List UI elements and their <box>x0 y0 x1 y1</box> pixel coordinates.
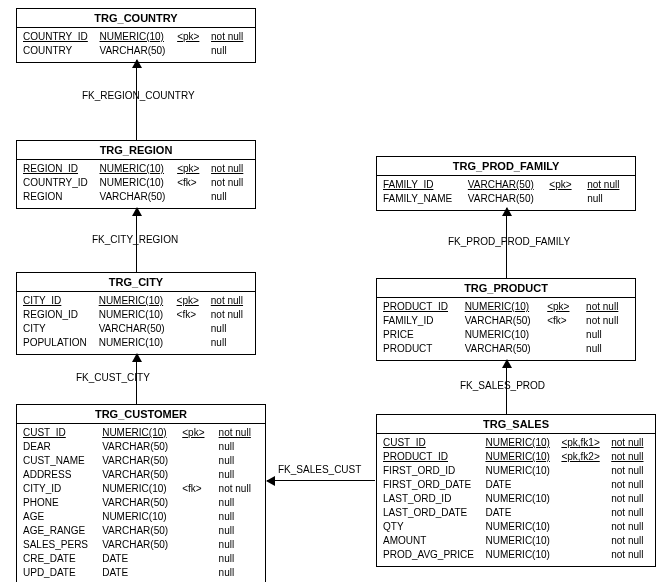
column-name: PRODUCT_ID <box>383 450 479 464</box>
column-nullability: not null <box>211 308 249 322</box>
column-name: DEAR <box>23 440 96 454</box>
column-name: FAMILY_ID <box>383 314 459 328</box>
column-type: NUMERIC(10) <box>485 548 555 562</box>
column-nullability: not null <box>611 520 649 534</box>
column-type: NUMERIC(10) <box>99 294 171 308</box>
column-key: <fk> <box>547 314 580 328</box>
column-name: ADDRESS <box>23 468 96 482</box>
column-name: CUST_NAME <box>23 454 96 468</box>
entity-columns: COUNTRY_IDNUMERIC(10)<pk>not nullCOUNTRY… <box>17 28 255 62</box>
column-nullability: null <box>219 510 259 524</box>
column-nullability: not null <box>611 436 649 450</box>
column-name: SALES_PERS <box>23 538 96 552</box>
column-nullability: not null <box>211 176 249 190</box>
column-type: DATE <box>102 552 176 566</box>
column-nullability: null <box>219 552 259 566</box>
column-nullability: not null <box>611 450 649 464</box>
column-key: <pk> <box>177 294 205 308</box>
column-type: VARCHAR(50) <box>102 524 176 538</box>
column-type: NUMERIC(10) <box>100 162 172 176</box>
column-type: NUMERIC(10) <box>485 520 555 534</box>
column-nullability: null <box>587 192 629 206</box>
entity-columns: CUST_IDNUMERIC(10)<pk,fk1>not nullPRODUC… <box>377 434 655 566</box>
column-name: LAST_ORD_ID <box>383 492 479 506</box>
column-name: COUNTRY <box>23 44 94 58</box>
column-nullability: null <box>211 190 249 204</box>
column-nullability: null <box>211 322 249 336</box>
column-type: VARCHAR(50) <box>102 468 176 482</box>
column-type: VARCHAR(50) <box>465 342 542 356</box>
entity-trg-customer: TRG_CUSTOMER CUST_IDNUMERIC(10)<pk>not n… <box>16 404 266 582</box>
column-type: VARCHAR(50) <box>102 538 176 552</box>
column-name: CUST_ID <box>23 426 96 440</box>
column-name: REGION_ID <box>23 162 94 176</box>
column-name: REGION_ID <box>23 308 93 322</box>
column-name: CRE_DATE <box>23 552 96 566</box>
column-type: NUMERIC(10) <box>485 450 555 464</box>
column-nullability: not null <box>611 492 649 506</box>
column-type: VARCHAR(50) <box>102 454 176 468</box>
column-type: VARCHAR(50) <box>102 440 176 454</box>
entity-trg-region: TRG_REGION REGION_IDNUMERIC(10)<pk>not n… <box>16 140 256 209</box>
column-nullability: not null <box>219 482 259 496</box>
column-type: NUMERIC(10) <box>485 492 555 506</box>
column-name: PHONE <box>23 496 96 510</box>
entity-columns: PRODUCT_IDNUMERIC(10)<pk>not nullFAMILY_… <box>377 298 635 360</box>
column-nullability: null <box>211 336 249 350</box>
arrowhead-left-icon <box>266 476 275 486</box>
column-name: PROD_AVG_PRICE <box>383 548 479 562</box>
column-nullability: not null <box>611 534 649 548</box>
column-type: NUMERIC(10) <box>100 30 172 44</box>
column-name: PRODUCT <box>383 342 459 356</box>
arrow-fk-sales-cust <box>267 480 375 482</box>
column-nullability: not null <box>611 548 649 562</box>
column-type: NUMERIC(10) <box>102 426 176 440</box>
column-name: CITY <box>23 322 93 336</box>
entity-title: TRG_COUNTRY <box>17 9 255 28</box>
column-nullability: null <box>219 524 259 538</box>
column-type: NUMERIC(10) <box>99 336 171 350</box>
column-nullability: not null <box>586 300 629 314</box>
column-nullability: not null <box>611 464 649 478</box>
column-nullability: not null <box>586 314 629 328</box>
column-type: NUMERIC(10) <box>485 464 555 478</box>
entity-trg-prod-family: TRG_PROD_FAMILY FAMILY_IDVARCHAR(50)<pk>… <box>376 156 636 211</box>
column-name: QTY <box>383 520 479 534</box>
column-name: UPD_DATE <box>23 566 96 580</box>
column-type: NUMERIC(10) <box>102 482 176 496</box>
column-name: CITY_ID <box>23 294 93 308</box>
column-nullability: null <box>211 44 249 58</box>
entity-columns: REGION_IDNUMERIC(10)<pk>not nullCOUNTRY_… <box>17 160 255 208</box>
column-type: VARCHAR(50) <box>102 496 176 510</box>
column-nullability: null <box>219 454 259 468</box>
column-nullability: null <box>586 342 629 356</box>
column-nullability: null <box>219 468 259 482</box>
column-name: COUNTRY_ID <box>23 30 94 44</box>
column-type: VARCHAR(50) <box>100 190 172 204</box>
column-nullability: not null <box>611 506 649 520</box>
column-nullability: null <box>219 440 259 454</box>
column-key: <pk> <box>182 426 212 440</box>
column-key: <pk> <box>177 30 205 44</box>
column-type: DATE <box>485 478 555 492</box>
column-type: NUMERIC(10) <box>465 328 542 342</box>
column-nullability: null <box>219 566 259 580</box>
entity-trg-product: TRG_PRODUCT PRODUCT_IDNUMERIC(10)<pk>not… <box>376 278 636 361</box>
column-nullability: not null <box>219 426 259 440</box>
column-type: NUMERIC(10) <box>465 300 542 314</box>
column-name: PRICE <box>383 328 459 342</box>
column-type: NUMERIC(10) <box>485 436 555 450</box>
fk-label-region-country: FK_REGION_COUNTRY <box>82 90 195 101</box>
entity-trg-country: TRG_COUNTRY COUNTRY_IDNUMERIC(10)<pk>not… <box>16 8 256 63</box>
fk-label-prod-family: FK_PROD_PROD_FAMILY <box>448 236 570 247</box>
fk-label-sales-prod: FK_SALES_PROD <box>460 380 545 391</box>
column-name: COUNTRY_ID <box>23 176 94 190</box>
column-name: AGE_RANGE <box>23 524 96 538</box>
column-name: PRODUCT_ID <box>383 300 459 314</box>
column-type: VARCHAR(50) <box>468 178 544 192</box>
column-name: POPULATION <box>23 336 93 350</box>
entity-title: TRG_CITY <box>17 273 255 292</box>
fk-label-sales-cust: FK_SALES_CUST <box>278 464 361 475</box>
column-nullability: not null <box>587 178 629 192</box>
column-type: VARCHAR(50) <box>468 192 544 206</box>
